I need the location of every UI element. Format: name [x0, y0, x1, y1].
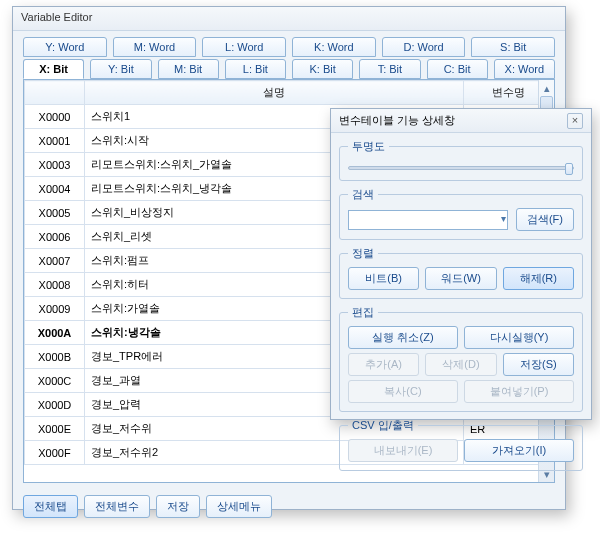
tab-y-bit[interactable]: Y: Bit: [90, 59, 151, 79]
cell-address: X0008: [25, 273, 85, 297]
copy-button: 복사(C): [348, 380, 458, 403]
search-button[interactable]: 검색(F): [516, 208, 574, 231]
scroll-up-icon[interactable]: ▴: [539, 80, 554, 96]
sort-bit-button[interactable]: 비트(B): [348, 267, 419, 290]
close-icon[interactable]: ×: [567, 113, 583, 129]
save-button[interactable]: 저장: [156, 495, 200, 518]
tab-k-bit[interactable]: K: Bit: [292, 59, 353, 79]
cell-address: X0006: [25, 225, 85, 249]
tab-x-word[interactable]: X: Word: [494, 59, 555, 79]
tab-m-word[interactable]: M: Word: [113, 37, 197, 57]
cell-address: X0001: [25, 129, 85, 153]
csv-group: CSV 입/출력 내보내기(E) 가져오기(I): [339, 418, 583, 471]
bottom-toolbar: 전체탭 전체변수 저장 상세메뉴: [13, 491, 565, 528]
tab-l-bit[interactable]: L: Bit: [225, 59, 286, 79]
cell-address: X000C: [25, 369, 85, 393]
cell-address: X0007: [25, 249, 85, 273]
search-label: 검색: [348, 187, 378, 202]
header-address: [25, 81, 85, 105]
undo-button[interactable]: 실행 취소(Z): [348, 326, 458, 349]
edit-label: 편집: [348, 305, 378, 320]
sort-release-button[interactable]: 해제(R): [503, 267, 574, 290]
edit-group: 편집 실행 취소(Z) 다시실행(Y) 추가(A) 삭제(D) 저장(S) 복사…: [339, 305, 583, 412]
detail-menu-button[interactable]: 상세메뉴: [206, 495, 272, 518]
opacity-label: 투명도: [348, 139, 389, 154]
csv-label: CSV 입/출력: [348, 418, 418, 433]
cell-address: X0009: [25, 297, 85, 321]
search-group: 검색 검색(F): [339, 187, 583, 240]
cell-address: X0003: [25, 153, 85, 177]
export-button: 내보내기(E): [348, 439, 458, 462]
cell-address: X0005: [25, 201, 85, 225]
cell-address: X000A: [25, 321, 85, 345]
sort-group: 정렬 비트(B) 워드(W) 해제(R): [339, 246, 583, 299]
window-title: Variable Editor: [13, 7, 565, 31]
opacity-slider[interactable]: [348, 166, 574, 170]
tab-m-bit[interactable]: M: Bit: [158, 59, 219, 79]
search-input[interactable]: [348, 210, 508, 230]
cell-address: X000B: [25, 345, 85, 369]
cell-address: X0000: [25, 105, 85, 129]
tab-y-word[interactable]: Y: Word: [23, 37, 107, 57]
redo-button[interactable]: 다시실행(Y): [464, 326, 574, 349]
import-button[interactable]: 가져오기(I): [464, 439, 574, 462]
detail-dialog-titlebar: 변수테이블 기능 상세창 ×: [331, 109, 591, 133]
tab-x-bit[interactable]: X: Bit: [23, 59, 84, 79]
tab-s-bit[interactable]: S: Bit: [471, 37, 555, 57]
tab-d-word[interactable]: D: Word: [382, 37, 466, 57]
cell-address: X000D: [25, 393, 85, 417]
sort-word-button[interactable]: 워드(W): [425, 267, 496, 290]
cell-address: X000E: [25, 417, 85, 441]
header-description: 설명: [85, 81, 464, 105]
opacity-group: 투명도: [339, 139, 583, 181]
cell-address: X0004: [25, 177, 85, 201]
sort-label: 정렬: [348, 246, 378, 261]
search-combo[interactable]: [348, 210, 510, 230]
tab-c-bit[interactable]: C: Bit: [427, 59, 488, 79]
detail-dialog-title: 변수테이블 기능 상세창: [339, 113, 455, 128]
all-vars-button[interactable]: 전체변수: [84, 495, 150, 518]
delete-button: 삭제(D): [425, 353, 496, 376]
tab-k-word[interactable]: K: Word: [292, 37, 376, 57]
all-tabs-button[interactable]: 전체탭: [23, 495, 78, 518]
paste-button: 붙여넣기(P): [464, 380, 574, 403]
detail-dialog: 변수테이블 기능 상세창 × 투명도 검색 검색(F) 정렬 비트(B) 워드(…: [330, 108, 592, 420]
tabs-upper: Y: Word M: Word L: Word K: Word D: Word …: [13, 31, 565, 57]
table-header-row: 설명 변수명: [25, 81, 554, 105]
add-button: 추가(A): [348, 353, 419, 376]
tab-t-bit[interactable]: T: Bit: [359, 59, 420, 79]
tab-l-word[interactable]: L: Word: [202, 37, 286, 57]
tabs-lower: X: Bit Y: Bit M: Bit L: Bit K: Bit T: Bi…: [13, 57, 565, 79]
opacity-slider-knob[interactable]: [565, 163, 573, 175]
cell-address: X000F: [25, 441, 85, 465]
edit-save-button[interactable]: 저장(S): [503, 353, 574, 376]
